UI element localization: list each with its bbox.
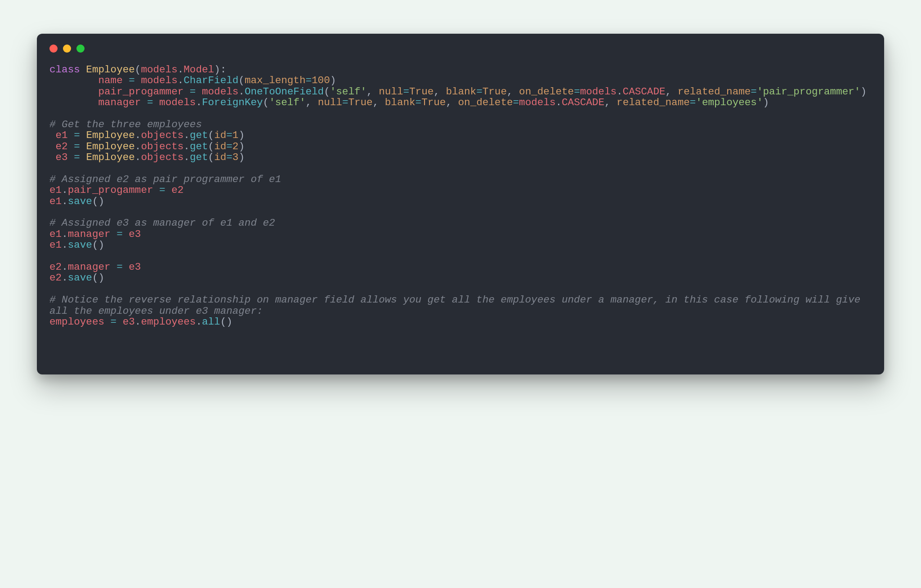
window-traffic-lights	[49, 45, 872, 53]
comment: # Notice the reverse relationship on man…	[49, 294, 867, 316]
keyword-class: class	[49, 64, 80, 76]
maximize-icon[interactable]	[76, 45, 85, 53]
class-name: Employee	[86, 64, 134, 76]
comment: # Assigned e2 as pair programmer of e1	[49, 174, 281, 185]
comment: # Assigned e3 as manager of e1 and e2	[49, 217, 275, 229]
code-block[interactable]: class Employee(models.Model): name = mod…	[49, 64, 872, 327]
minimize-icon[interactable]	[63, 45, 71, 53]
code-editor-window: class Employee(models.Model): name = mod…	[37, 34, 884, 374]
close-icon[interactable]	[49, 45, 58, 53]
comment: # Get the three employees	[49, 119, 202, 130]
